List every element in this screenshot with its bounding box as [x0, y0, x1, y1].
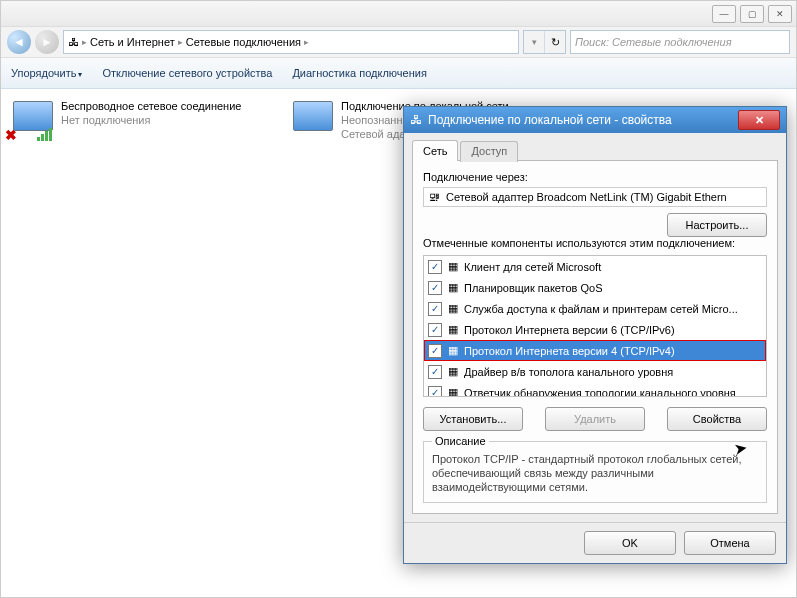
tab-network[interactable]: Сеть	[412, 140, 458, 161]
properties-dialog: 🖧 Подключение по локальной сети - свойст…	[403, 106, 787, 564]
tab-panel: Подключение через: 🖳 Сетевой адаптер Bro…	[412, 160, 778, 514]
chevron-right-icon: ▸	[82, 37, 87, 47]
adapter-name: Сетевой адаптер Broadcom NetLink (TM) Gi…	[446, 191, 727, 203]
control-panel-icon: 🖧	[68, 36, 79, 48]
breadcrumb-item[interactable]: Сетевые подключения	[186, 36, 301, 48]
chevron-right-icon: ▸	[178, 37, 183, 47]
organize-menu[interactable]: Упорядочить▾	[11, 67, 82, 79]
navigation-bar: ◄ ► 🖧 ▸ Сеть и Интернет ▸ Сетевые подклю…	[1, 27, 796, 58]
close-button[interactable]: ✕	[768, 5, 792, 23]
install-button[interactable]: Установить...	[423, 407, 523, 431]
component-item[interactable]: ✓▦Протокол Интернета версии 6 (TCP/IPv6)	[424, 319, 766, 340]
checkbox[interactable]: ✓	[428, 344, 442, 358]
component-label: Протокол Интернета версии 6 (TCP/IPv6)	[464, 324, 675, 336]
network-icon: 🖧	[410, 113, 422, 127]
component-icon: ▦	[446, 323, 460, 337]
tab-strip: Сеть Доступ	[404, 133, 786, 160]
configure-button[interactable]: Настроить...	[667, 213, 767, 237]
connection-status: Нет подключения	[61, 113, 241, 127]
component-label: Планировщик пакетов QoS	[464, 282, 603, 294]
connection-item-wireless[interactable]: ✖ Беспроводное сетевое соединение Нет по…	[11, 99, 271, 141]
components-list[interactable]: ✓▦Клиент для сетей Microsoft✓▦Планировщи…	[423, 255, 767, 397]
disable-device-button[interactable]: Отключение сетевого устройства	[102, 67, 272, 79]
dropdown-button[interactable]: ▾	[524, 31, 544, 53]
components-label: Отмеченные компоненты используются этим …	[423, 237, 767, 249]
lan-icon	[291, 99, 333, 141]
search-placeholder-text: Поиск: Сетевые подключения	[575, 36, 732, 48]
uninstall-button[interactable]: Удалить	[545, 407, 645, 431]
checkbox[interactable]: ✓	[428, 386, 442, 398]
adapter-field: 🖳 Сетевой адаптер Broadcom NetLink (TM) …	[423, 187, 767, 207]
component-icon: ▦	[446, 281, 460, 295]
breadcrumb-item[interactable]: Сеть и Интернет	[90, 36, 175, 48]
diagnose-button[interactable]: Диагностика подключения	[292, 67, 426, 79]
description-text: Протокол TCP/IP - стандартный протокол г…	[432, 452, 758, 494]
adapter-icon: 🖳	[429, 191, 440, 203]
search-input[interactable]: Поиск: Сетевые подключения	[570, 30, 790, 54]
command-toolbar: Упорядочить▾ Отключение сетевого устройс…	[1, 58, 796, 89]
component-item[interactable]: ✓▦Драйвер в/в тополога канального уровня	[424, 361, 766, 382]
component-item[interactable]: ✓▦Клиент для сетей Microsoft	[424, 256, 766, 277]
address-buttons: ▾ ↻	[523, 30, 566, 54]
component-label: Ответчик обнаружения топологии канальног…	[464, 387, 736, 398]
component-label: Драйвер в/в тополога канального уровня	[464, 366, 673, 378]
back-button[interactable]: ◄	[7, 30, 31, 54]
checkbox[interactable]: ✓	[428, 323, 442, 337]
wireless-icon: ✖	[11, 99, 53, 141]
forward-button[interactable]: ►	[35, 30, 59, 54]
address-breadcrumb[interactable]: 🖧 ▸ Сеть и Интернет ▸ Сетевые подключени…	[63, 30, 519, 54]
cancel-button[interactable]: Отмена	[684, 531, 776, 555]
connection-name: Беспроводное сетевое соединение	[61, 99, 241, 113]
connect-using-label: Подключение через:	[423, 171, 767, 183]
minimize-button[interactable]: —	[712, 5, 736, 23]
component-label: Служба доступа к файлам и принтерам сете…	[464, 303, 738, 315]
component-icon: ▦	[446, 386, 460, 398]
dialog-title-text: Подключение по локальной сети - свойства	[428, 113, 732, 127]
window-titlebar: — ▢ ✕	[1, 1, 796, 27]
component-item[interactable]: ✓▦Ответчик обнаружения топологии канальн…	[424, 382, 766, 397]
dialog-footer: OK Отмена	[404, 522, 786, 563]
component-item[interactable]: ✓▦Служба доступа к файлам и принтерам се…	[424, 298, 766, 319]
checkbox[interactable]: ✓	[428, 302, 442, 316]
component-item[interactable]: ✓▦Протокол Интернета версии 4 (TCP/IPv4)	[424, 340, 766, 361]
component-icon: ▦	[446, 260, 460, 274]
checkbox[interactable]: ✓	[428, 281, 442, 295]
component-icon: ▦	[446, 344, 460, 358]
tab-sharing[interactable]: Доступ	[460, 141, 518, 162]
dialog-titlebar[interactable]: 🖧 Подключение по локальной сети - свойст…	[404, 107, 786, 133]
component-label: Протокол Интернета версии 4 (TCP/IPv4)	[464, 345, 675, 357]
chevron-right-icon: ▸	[304, 37, 309, 47]
component-item[interactable]: ✓▦Планировщик пакетов QoS	[424, 277, 766, 298]
checkbox[interactable]: ✓	[428, 260, 442, 274]
maximize-button[interactable]: ▢	[740, 5, 764, 23]
component-icon: ▦	[446, 302, 460, 316]
component-icon: ▦	[446, 365, 460, 379]
properties-button[interactable]: Свойства	[667, 407, 767, 431]
description-group: Описание Протокол TCP/IP - стандартный п…	[423, 441, 767, 503]
ok-button[interactable]: OK	[584, 531, 676, 555]
description-title: Описание	[432, 435, 489, 447]
dialog-close-button[interactable]: ✕	[738, 110, 780, 130]
checkbox[interactable]: ✓	[428, 365, 442, 379]
component-label: Клиент для сетей Microsoft	[464, 261, 601, 273]
refresh-button[interactable]: ↻	[544, 31, 565, 53]
